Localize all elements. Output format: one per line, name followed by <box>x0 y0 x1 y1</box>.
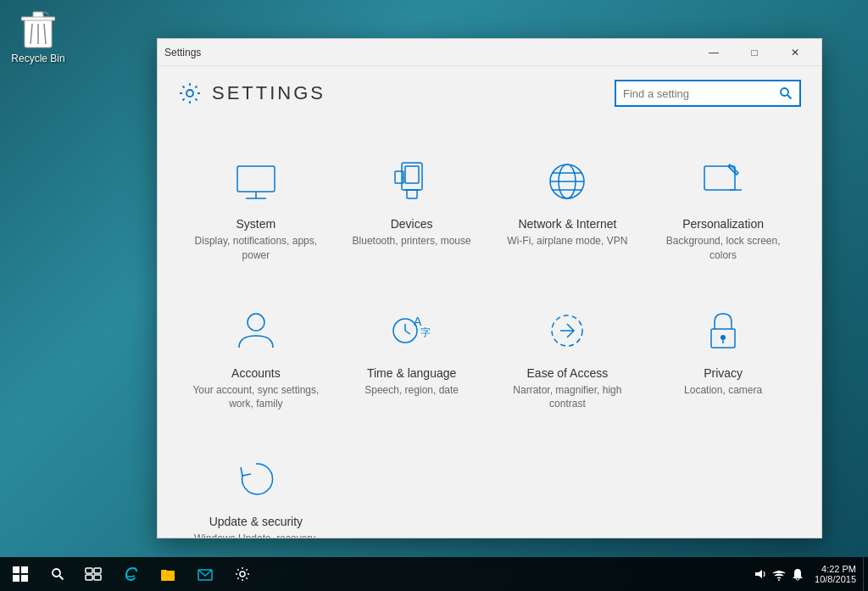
network-icon <box>540 154 594 209</box>
svg-rect-33 <box>13 566 19 573</box>
taskbar-date: 10/8/2015 <box>815 574 856 584</box>
svg-point-4 <box>781 88 788 96</box>
taskbar-clock: 4:22 PM <box>815 564 856 574</box>
file-explorer-button[interactable] <box>149 557 186 591</box>
svg-line-26 <box>405 331 410 334</box>
search-box <box>615 80 801 107</box>
settings-window: Settings — □ ✕ SETTINGS <box>157 38 822 538</box>
accounts-name: Accounts <box>231 366 281 380</box>
search-input[interactable] <box>616 87 772 100</box>
ease-desc: Narrator, magnifier, high contrast <box>504 383 632 412</box>
close-button[interactable]: ✕ <box>776 39 815 66</box>
taskbar-tray <box>754 567 815 581</box>
settings-item-ease[interactable]: Ease of Access Narrator, magnifier, high… <box>490 283 646 432</box>
settings-content: SETTINGS <box>158 66 821 538</box>
search-icon[interactable] <box>772 80 799 107</box>
devices-icon <box>385 154 439 209</box>
svg-rect-11 <box>407 190 417 198</box>
svg-rect-10 <box>405 166 419 183</box>
svg-rect-40 <box>94 568 101 573</box>
update-name: Update & security <box>209 515 303 528</box>
settings-item-update[interactable]: Update & security Windows Update, recove… <box>178 432 334 538</box>
svg-rect-42 <box>94 575 101 580</box>
personalization-icon <box>696 154 750 209</box>
system-desc: Display, notifications, apps, power <box>192 234 320 263</box>
task-view-icon <box>85 566 102 583</box>
settings-header: SETTINGS <box>158 66 821 117</box>
update-desc: Windows Update, recovery, backup <box>192 532 320 538</box>
file-explorer-icon <box>159 566 176 583</box>
svg-rect-6 <box>237 166 275 192</box>
windows-logo-icon <box>13 566 28 582</box>
title-bar: Settings — □ ✕ <box>158 39 821 66</box>
system-icon <box>229 154 283 209</box>
svg-rect-2 <box>21 17 55 20</box>
title-bar-title: Settings <box>164 47 694 59</box>
settings-taskbar-button[interactable] <box>224 557 261 591</box>
svg-point-31 <box>721 335 726 340</box>
title-bar-controls: — □ ✕ <box>694 39 815 66</box>
minimize-button[interactable]: — <box>694 39 733 66</box>
volume-icon[interactable] <box>754 567 767 581</box>
svg-rect-44 <box>161 570 167 572</box>
personalization-name: Personalization <box>682 217 764 231</box>
mail-button[interactable] <box>186 557 224 591</box>
desktop: Recycle Bin Settings — □ ✕ SETTINGS <box>0 0 868 591</box>
svg-rect-35 <box>13 575 19 582</box>
svg-point-23 <box>248 314 264 331</box>
settings-item-network[interactable]: Network & Internet Wi-Fi, airplane mode,… <box>490 134 646 283</box>
svg-line-38 <box>59 576 64 580</box>
network-name: Network & Internet <box>518 217 616 231</box>
svg-rect-20 <box>704 166 735 190</box>
accounts-desc: Your account, sync settings, work, famil… <box>192 383 320 412</box>
network-desc: Wi-Fi, airplane mode, VPN <box>507 234 627 248</box>
task-view-button[interactable] <box>75 557 112 591</box>
ease-name: Ease of Access <box>527 366 609 380</box>
settings-item-personalization[interactable]: Personalization Background, lock screen,… <box>645 134 801 283</box>
mail-icon <box>197 566 214 583</box>
svg-point-3 <box>186 90 193 97</box>
svg-line-5 <box>787 95 792 99</box>
svg-rect-36 <box>21 575 28 582</box>
edge-icon <box>122 566 139 583</box>
settings-title: SETTINGS <box>212 82 326 104</box>
privacy-desc: Location, camera <box>684 383 762 398</box>
svg-point-46 <box>240 571 245 577</box>
settings-item-devices[interactable]: Devices Bluetooth, printers, mouse <box>334 134 490 283</box>
notification-tray-icon[interactable] <box>791 567 804 581</box>
svg-text:字: 字 <box>420 326 431 338</box>
accounts-icon <box>229 304 283 358</box>
svg-point-37 <box>53 569 60 577</box>
settings-taskbar-icon <box>234 566 251 583</box>
network-tray-icon[interactable] <box>772 567 786 581</box>
recycle-bin[interactable]: Recycle Bin <box>8 8 68 64</box>
maximize-button[interactable]: □ <box>735 39 774 66</box>
system-name: System <box>236 217 276 231</box>
ease-icon <box>540 304 594 358</box>
settings-item-accounts[interactable]: Accounts Your account, sync settings, wo… <box>178 283 334 432</box>
svg-rect-39 <box>86 568 92 573</box>
time-icon: A 字 <box>385 304 439 358</box>
settings-grid: System Display, notifications, apps, pow… <box>158 117 821 538</box>
settings-item-system[interactable]: System Display, notifications, apps, pow… <box>178 134 334 283</box>
recycle-bin-icon <box>21 8 55 49</box>
settings-item-time[interactable]: A 字 Time & language Speech, region, date <box>334 283 490 432</box>
svg-point-47 <box>778 579 780 581</box>
taskbar-time: 4:22 PM 10/8/2015 <box>815 564 863 584</box>
edge-button[interactable] <box>112 557 149 591</box>
personalization-desc: Background, lock screen, colors <box>659 234 787 263</box>
svg-rect-34 <box>21 566 28 573</box>
taskbar: 4:22 PM 10/8/2015 <box>0 557 868 591</box>
privacy-name: Privacy <box>704 366 743 380</box>
start-button[interactable] <box>0 557 41 591</box>
devices-name: Devices <box>391 217 433 231</box>
gear-icon <box>178 81 202 105</box>
privacy-icon <box>696 304 750 358</box>
settings-item-privacy[interactable]: Privacy Location, camera <box>645 283 801 432</box>
show-desktop-button[interactable] <box>863 557 868 591</box>
taskbar-search-icon <box>51 567 64 581</box>
update-icon <box>229 452 283 506</box>
time-desc: Speech, region, date <box>364 383 459 398</box>
taskbar-search-button[interactable] <box>41 557 75 591</box>
svg-rect-41 <box>86 575 92 580</box>
